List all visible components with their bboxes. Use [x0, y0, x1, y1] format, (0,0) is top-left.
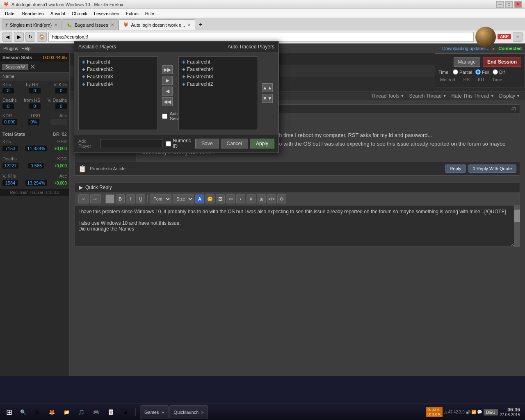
menu-chronik[interactable]: Chronik [68, 10, 91, 17]
menu-lesezeichen[interactable]: Lesezeichen [91, 10, 123, 17]
reply-button[interactable]: Reply [445, 164, 466, 173]
underline-btn[interactable]: U [136, 194, 145, 203]
cancel-button[interactable]: Cancel [221, 139, 248, 148]
taskbar-search-button[interactable]: 🔍 [16, 406, 30, 419]
window-controls[interactable]: ─ □ ✕ [496, 1, 522, 8]
menu-ansicht[interactable]: Ansicht [47, 10, 68, 17]
home-button[interactable]: 🏠 [37, 32, 47, 42]
emoji-btn[interactable]: 😊 [205, 194, 215, 203]
bold-btn[interactable]: B [116, 194, 125, 203]
font-select[interactable]: Font [150, 194, 171, 203]
minimize-button[interactable]: ─ [496, 1, 504, 8]
code-btn[interactable]: </> [267, 194, 276, 203]
taskbar-lang[interactable]: DEU [484, 409, 498, 415]
taskbar-game1[interactable]: 🎮 [89, 405, 103, 420]
menu-datei[interactable]: Datei [2, 10, 19, 17]
autosave-checkbox[interactable] [162, 114, 167, 119]
table-btn[interactable]: ⊞ [257, 194, 266, 203]
dif-radio[interactable]: Dif [493, 69, 504, 75]
tracked-player-2[interactable]: ✚ Faustrecht4 [180, 66, 256, 73]
taskbar-firefox[interactable]: 🦊 [44, 405, 59, 420]
bullet-btn[interactable]: • [236, 194, 245, 203]
add-all-arrow[interactable]: ▶▶ [162, 65, 173, 74]
full-radio-input[interactable] [475, 69, 481, 75]
forward-button[interactable]: ▶ [14, 32, 24, 42]
promote-button[interactable]: Promote to Article [90, 166, 126, 171]
menu-bearbeiten[interactable]: Bearbeiten [19, 10, 47, 17]
manage-button[interactable]: Manage [454, 57, 480, 67]
add-player-input[interactable] [100, 139, 162, 148]
tab-autologin[interactable]: 🦊 Auto login doesn't work o... ✕ [119, 19, 196, 30]
quick-reply-textarea[interactable]: I have this problem since Windows 10, it… [75, 205, 514, 247]
scrollbar[interactable] [514, 205, 520, 247]
misc-btn[interactable]: ⚙ [277, 194, 286, 203]
help-menu[interactable]: Help [21, 46, 31, 51]
available-player-1[interactable]: ✚ Faustrecht [80, 58, 156, 66]
tracked-player-3[interactable]: ✚ Faustrecht3 [180, 73, 256, 80]
quick-reply-header[interactable]: ▶ Quick Reply [75, 183, 520, 193]
taskbar-time[interactable]: 06:36 27.08.2015 [500, 407, 523, 417]
menu-extras[interactable]: Extras [123, 10, 142, 17]
taskbar-app-quicklaunch[interactable]: Quicklaunch » [169, 405, 208, 419]
plugins-menu[interactable]: Plugins [3, 46, 18, 51]
rate-thread-btn[interactable]: Rate This Thread [452, 93, 494, 99]
remove-all-arrow[interactable]: ◀◀ [162, 97, 173, 106]
available-player-4[interactable]: ✚ Faustrecht4 [80, 80, 156, 88]
tab-singles[interactable]: f Singles mit Kind(ern) ✕ [2, 19, 62, 30]
list-btn[interactable]: # [247, 194, 256, 203]
available-player-2[interactable]: ✚ Faustrecht2 [80, 66, 156, 73]
scrollbar-thumb[interactable] [514, 210, 520, 222]
reload-button[interactable]: ↻ [25, 32, 35, 42]
start-button[interactable]: ⊞ [2, 406, 16, 419]
taskbar-game3[interactable]: ♟ [118, 405, 133, 420]
format-btn-1[interactable]: A↑ [78, 194, 89, 203]
adblock-button[interactable]: ABP [498, 34, 511, 39]
session-w-tab[interactable]: Session W [2, 64, 28, 70]
display-btn[interactable]: Display [499, 93, 520, 99]
close-button[interactable]: ✕ [514, 1, 522, 8]
tracked-player-1[interactable]: ✚ Faustrecht [180, 58, 256, 66]
tab-bugs-close[interactable]: ✕ [111, 23, 114, 27]
numeric-id-checkbox[interactable] [166, 141, 171, 146]
taskbar-app-games[interactable]: Games » [140, 405, 169, 419]
url-bar[interactable] [48, 32, 474, 42]
full-radio[interactable]: Full [475, 69, 489, 75]
tracked-player-4[interactable]: ✚ Faustrecht2 [180, 80, 256, 88]
dif-radio-input[interactable] [493, 69, 498, 75]
maximize-button[interactable]: □ [505, 1, 513, 8]
color-picker-btn[interactable]: A [195, 194, 204, 203]
format-btn-2[interactable]: A↓ [90, 194, 101, 203]
image-btn[interactable]: 🖼 [216, 194, 225, 203]
taskbar-volume-icon[interactable]: 🔊 [466, 410, 470, 414]
tab-bugs[interactable]: 🐛 Bugs and Issues ✕ [62, 19, 118, 30]
new-tab-button[interactable]: + [195, 19, 206, 30]
size-select[interactable]: Size [173, 194, 194, 203]
add-arrow[interactable]: ▶ [162, 76, 173, 85]
taskbar-task-view[interactable]: ⧉ [30, 405, 44, 420]
tab-singles-close[interactable]: ✕ [54, 23, 57, 27]
menu-button[interactable]: ≡ [513, 32, 523, 42]
tracked-up-arrow[interactable]: ▲▲ [262, 83, 273, 92]
tracked-down-arrow[interactable]: ▼▼ [262, 94, 273, 103]
partial-radio[interactable]: Partial [453, 69, 472, 75]
save-button[interactable]: Save [195, 139, 219, 148]
menu-hilfe[interactable]: Hilfe [142, 10, 158, 17]
end-session-button[interactable]: End Session [483, 57, 521, 67]
color-btn[interactable] [105, 194, 114, 203]
taskbar-game2[interactable]: 🃏 [103, 405, 118, 420]
reply-quote-button[interactable]: 0 Reply With Quote [468, 164, 516, 173]
back-button[interactable]: ◀ [2, 32, 12, 42]
taskbar-media[interactable]: 🎵 [74, 405, 89, 420]
email-btn[interactable]: ✉ [226, 194, 235, 203]
close-icon[interactable]: ✕ [30, 63, 36, 71]
taskbar-notif-icon[interactable]: 💬 [477, 410, 482, 414]
thread-tools-btn[interactable]: Thread Tools [371, 93, 404, 99]
italic-btn[interactable]: I [126, 194, 135, 203]
apply-button[interactable]: Apply [250, 139, 274, 148]
tab-autologin-close[interactable]: ✕ [187, 23, 191, 27]
available-player-3[interactable]: ✚ Faustrecht3 [80, 73, 156, 80]
taskbar-explorer[interactable]: 📁 [59, 405, 74, 420]
partial-radio-input[interactable] [453, 69, 458, 75]
search-thread-btn[interactable]: Search Thread [409, 93, 446, 99]
remove-arrow[interactable]: ◀ [162, 87, 173, 96]
